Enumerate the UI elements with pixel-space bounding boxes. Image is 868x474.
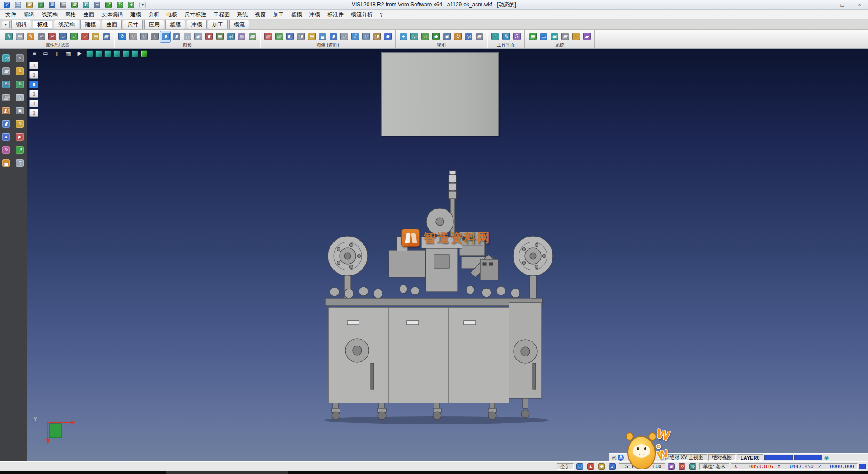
split-viewport-icon[interactable]: ▯: [52, 50, 61, 57]
view-manager-icon[interactable]: ▦: [474, 31, 484, 42]
capture-icon[interactable]: ◧: [81, 0, 91, 10]
menu-item[interactable]: 模流分析: [347, 10, 376, 19]
rear-view-cube-icon[interactable]: [123, 50, 129, 57]
color-swatch[interactable]: [764, 455, 793, 460]
menu-item[interactable]: 文件: [2, 10, 20, 19]
view-mode-status[interactable]: 绝对视图: [708, 454, 736, 461]
refresh-icon[interactable]: ◉: [126, 0, 136, 10]
cylinder-tool-icon[interactable]: ▮: [1, 118, 11, 129]
attribute-brush-icon[interactable]: ✎: [25, 31, 35, 42]
tab-dimension[interactable]: 尺寸: [123, 20, 143, 29]
quad-viewport-icon[interactable]: ▦: [64, 50, 73, 57]
sparkle-icon[interactable]: *: [571, 31, 581, 42]
workplane-edit-icon[interactable]: ✎: [501, 31, 511, 42]
wireframe-icon[interactable]: ▯: [128, 31, 138, 42]
screen-status-icon[interactable]: ▭: [575, 461, 585, 472]
help-status-icon[interactable]: 2: [608, 461, 618, 472]
tab-apply[interactable]: 应用: [144, 20, 164, 29]
print-preview-icon[interactable]: ▥: [1, 92, 11, 103]
tab-flow[interactable]: 模流: [229, 20, 249, 29]
menu-item[interactable]: 分析: [145, 10, 163, 19]
menu-item[interactable]: 网格: [61, 10, 80, 19]
menu-item[interactable]: 建模: [127, 10, 145, 19]
menu-item[interactable]: 系统: [233, 10, 251, 19]
menu-item[interactable]: 标准件: [324, 10, 347, 19]
menu-item[interactable]: 电极: [163, 10, 181, 19]
zoom-view-icon[interactable]: ◎: [226, 31, 236, 42]
snap-toggle[interactable]: 拴宁: [557, 463, 574, 470]
sheet-icon[interactable]: ▯: [15, 92, 25, 103]
sheet-single-icon[interactable]: ▯: [182, 31, 192, 42]
tab-overflow-button[interactable]: ▼: [2, 21, 10, 28]
redo-icon[interactable]: ↻: [115, 0, 125, 10]
screen-icon[interactable]: ▭: [92, 0, 102, 10]
sheet-multi-icon[interactable]: ▣: [193, 31, 203, 42]
mini-view-button-4[interactable]: ▯: [29, 90, 38, 98]
menu-item[interactable]: 工程图: [210, 10, 233, 19]
view-menu-icon[interactable]: ≡: [30, 50, 39, 57]
menu-item[interactable]: 尺寸标注: [181, 10, 210, 19]
document-icon[interactable]: ▯: [15, 157, 25, 168]
histogram-icon[interactable]: ▄: [317, 31, 327, 42]
filter-add-icon[interactable]: ▽: [69, 31, 79, 42]
tab-edit[interactable]: 编辑: [11, 20, 31, 29]
close-button[interactable]: ×: [851, 0, 868, 9]
tip-status-icon[interactable]: ◆: [597, 461, 607, 472]
save-icon[interactable]: ▦: [47, 0, 57, 10]
flag-icon[interactable]: ▶: [15, 131, 25, 142]
new-document-icon[interactable]: ▤: [13, 0, 23, 10]
filter-icon[interactable]: ▽: [58, 31, 68, 42]
mini-view-button-6[interactable]: ▯: [29, 109, 38, 117]
menu-item[interactable]: 冲模: [306, 10, 324, 19]
menu-item[interactable]: ?: [376, 11, 387, 19]
menu-item[interactable]: 线架构: [38, 10, 61, 19]
material-icon[interactable]: ▰: [582, 31, 592, 42]
mini-view-button-3[interactable]: ▮: [29, 81, 38, 88]
open-file-icon[interactable]: ▣: [24, 0, 34, 10]
delete-icon[interactable]: ×: [15, 52, 25, 63]
menu-item[interactable]: 编辑: [20, 10, 38, 19]
undo-icon[interactable]: ↺: [104, 0, 113, 10]
corner-color-swatch[interactable]: [859, 464, 866, 469]
menu-item[interactable]: 实体编辑: [98, 10, 127, 19]
bottom-view-cube-icon[interactable]: [132, 50, 138, 57]
snap-icon[interactable]: ▦: [1, 66, 11, 76]
paint-icon[interactable]: ✎: [1, 144, 11, 155]
rotate-view-icon[interactable]: ↻: [453, 31, 462, 42]
mini-view-button-2[interactable]: ▯: [29, 71, 38, 79]
tab-die[interactable]: 冲模: [187, 20, 207, 29]
pan-view-icon[interactable]: +: [398, 31, 408, 42]
search-icon[interactable]: ◎: [612, 455, 616, 461]
eye-icon[interactable]: ◉: [442, 31, 452, 42]
zoom-window-icon[interactable]: ◎: [1, 52, 11, 63]
menu-item[interactable]: 塑模: [288, 10, 306, 19]
workplane-align-icon[interactable]: S: [512, 31, 522, 42]
shaded-edges-icon[interactable]: ▮: [171, 31, 181, 42]
monitor-icon[interactable]: ▭: [538, 31, 548, 42]
layers-icon[interactable]: ▤: [90, 31, 100, 42]
new-viewport-icon[interactable]: ▭: [41, 50, 50, 57]
gem-icon[interactable]: ◆: [382, 31, 392, 42]
attributes-icon[interactable]: ✎: [4, 31, 14, 42]
percent-status-icon[interactable]: %: [688, 461, 698, 472]
select-cursor-icon[interactable]: ▶: [75, 50, 84, 57]
edit-geometry-icon[interactable]: ✎: [15, 66, 25, 76]
view-face-icon[interactable]: ◇: [420, 31, 430, 42]
import-icon[interactable]: ⇩: [36, 0, 46, 10]
section-icon[interactable]: ◨: [372, 31, 382, 42]
viewport-canvas[interactable]: ≡ ▭ ▯ ▦ ▶: [27, 49, 868, 461]
texture-icon[interactable]: ▩: [247, 31, 257, 42]
app-logo-icon[interactable]: V: [2, 0, 12, 10]
histogram-2-icon[interactable]: ▄: [1, 157, 11, 168]
tab-surface[interactable]: 曲面: [102, 20, 122, 29]
menu-item[interactable]: 加工: [269, 10, 288, 19]
cut-level-icon[interactable]: ✂: [47, 31, 57, 42]
redraw-status-icon[interactable]: ↻: [677, 461, 687, 472]
side-view-cube-icon[interactable]: [113, 50, 120, 57]
columns-icon[interactable]: ▤: [307, 31, 316, 42]
cylinder-red-icon[interactable]: ▮: [204, 31, 214, 42]
minimize-button[interactable]: –: [816, 0, 834, 9]
mini-view-button-1[interactable]: ▯: [29, 62, 38, 69]
tab-molding[interactable]: 塑膜: [165, 20, 185, 29]
axon-view-cube-icon[interactable]: [86, 50, 93, 57]
